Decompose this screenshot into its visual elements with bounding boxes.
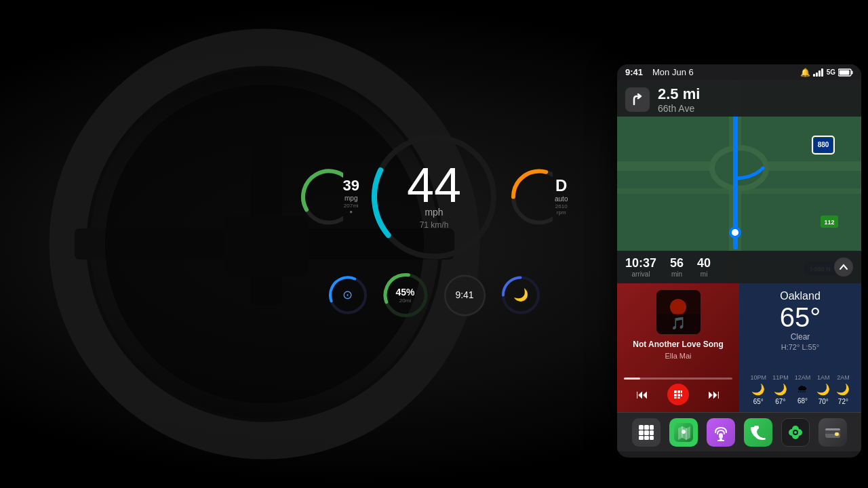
svg-rect-56 bbox=[650, 425, 654, 430]
forecast-item-0: 10PM 🌙 65° bbox=[751, 374, 767, 405]
svg-text:🎵: 🎵 bbox=[671, 316, 686, 331]
forecast-item-1: 11PM 🌙 67° bbox=[772, 374, 789, 405]
music-progress-fill bbox=[624, 378, 640, 380]
battery-sub: 20mi bbox=[395, 298, 414, 304]
speed-gauge: 44 mph 71 km/h bbox=[366, 129, 502, 264]
svg-rect-49 bbox=[674, 394, 677, 396]
miles-value: 40 bbox=[697, 256, 711, 270]
carplay-panel: 9:41 Mon Jun 6 🔔 5G bbox=[617, 64, 861, 458]
svg-rect-25 bbox=[852, 70, 853, 74]
battery-content: 45% 20mi bbox=[395, 287, 414, 304]
battery-pct: 45% bbox=[395, 287, 414, 298]
svg-rect-51 bbox=[681, 394, 682, 396]
svg-rect-21 bbox=[816, 73, 818, 77]
svg-point-43 bbox=[670, 299, 686, 315]
svg-rect-67 bbox=[717, 440, 724, 441]
forecast-temp-2: 68° bbox=[797, 397, 808, 405]
forecast-temp-1: 67° bbox=[775, 398, 785, 405]
miles-label: mi bbox=[697, 270, 711, 278]
svg-rect-20 bbox=[813, 74, 815, 77]
minutes-label: min bbox=[670, 270, 684, 278]
svg-point-64 bbox=[682, 430, 686, 434]
gear-gauge-ring bbox=[509, 166, 553, 227]
mpg-label: 39 mpg 207mi ● bbox=[343, 178, 359, 215]
album-art: 🎵 bbox=[656, 290, 701, 334]
turn-arrow bbox=[625, 87, 650, 112]
svg-rect-53 bbox=[677, 397, 680, 399]
miles-stat: 40 mi bbox=[697, 256, 711, 278]
network-type: 5G bbox=[827, 68, 835, 76]
arrival-label: arrival bbox=[625, 270, 656, 278]
nav-scroll-up[interactable] bbox=[834, 258, 853, 277]
wallet-icon bbox=[824, 424, 842, 441]
svg-text:880: 880 bbox=[818, 141, 829, 148]
forecast-icon-0: 🌙 bbox=[751, 383, 765, 396]
svg-text:112: 112 bbox=[824, 219, 834, 226]
dock-podcasts-icon[interactable] bbox=[707, 418, 735, 447]
speed-kmh: 71 km/h bbox=[407, 221, 461, 230]
battery-gauge: 45% 20mi bbox=[382, 271, 429, 319]
minutes-stat: 56 min bbox=[670, 256, 684, 278]
music-info: Not Another Love Song Ella Mai bbox=[624, 340, 732, 373]
maps-icon bbox=[674, 423, 693, 442]
music-controls: ⏮ ⏭ bbox=[624, 384, 732, 405]
dock-maps-icon[interactable] bbox=[669, 418, 698, 447]
music-widget[interactable]: 🎵 Not Another Love Song Ella Mai ⏮ bbox=[617, 283, 739, 412]
svg-point-7 bbox=[298, 166, 343, 227]
arrival-stat: 10:37 arrival bbox=[625, 256, 656, 278]
navigation-widget[interactable]: 880 112 I-880 N 2.5 mi bbox=[617, 80, 861, 283]
forecast-temp-4: 72° bbox=[838, 398, 848, 405]
steering-icon: ⊙ bbox=[342, 287, 353, 302]
forecast-time-3: 1AM bbox=[817, 374, 830, 381]
status-date: Mon Jun 6 bbox=[652, 67, 694, 77]
music-progress-bar[interactable] bbox=[624, 378, 732, 380]
dock-clover-icon[interactable] bbox=[781, 418, 810, 447]
mpg-unit: mpg bbox=[343, 195, 359, 202]
prev-track-button[interactable]: ⏮ bbox=[631, 384, 653, 405]
music-artist: Ella Mai bbox=[624, 352, 732, 360]
svg-rect-58 bbox=[644, 430, 649, 435]
svg-rect-52 bbox=[674, 397, 677, 399]
dock-phone-icon[interactable] bbox=[744, 418, 772, 447]
mpg-value: 39 bbox=[343, 178, 359, 193]
status-icons: 🔔 5G bbox=[800, 68, 853, 77]
widgets-row: 🎵 Not Another Love Song Ella Mai ⏮ bbox=[617, 283, 861, 412]
grid-icon bbox=[673, 390, 683, 399]
weather-condition: Clear bbox=[747, 332, 853, 342]
podcasts-icon bbox=[712, 424, 730, 441]
svg-rect-55 bbox=[644, 425, 649, 430]
gear-label: D auto 2610 rpm bbox=[553, 178, 570, 216]
dock-grid-menu[interactable] bbox=[632, 418, 660, 447]
weather-widget: Oakland 65° Clear H:72° L:55° 10PM 🌙 65°… bbox=[739, 283, 861, 412]
weather-forecast: 10PM 🌙 65° 11PM 🌙 67° 12AM 🌧 68° 1AM 🌙 bbox=[747, 369, 853, 405]
forecast-icon-4: 🌙 bbox=[836, 383, 850, 396]
next-track-button[interactable]: ⏭ bbox=[703, 384, 725, 405]
signal-icon bbox=[813, 68, 824, 77]
chevron-up-icon bbox=[839, 262, 848, 272]
gauges-top-row: 39 mpg 207mi ● 44 mph 71 km/h bbox=[298, 129, 570, 264]
nav-distance: 2.5 mi bbox=[658, 85, 700, 103]
forecast-icon-2: 🌧 bbox=[797, 383, 808, 395]
mpg-sub: 207mi ● bbox=[343, 203, 359, 215]
forecast-time-4: 2AM bbox=[837, 374, 850, 381]
mpg-gauge-ring bbox=[298, 166, 343, 227]
svg-rect-22 bbox=[818, 70, 821, 77]
weather-temp: 65° bbox=[747, 302, 853, 332]
dock-wallet-icon[interactable] bbox=[818, 418, 847, 447]
svg-rect-47 bbox=[677, 390, 680, 393]
speed-text: 44 mph 71 km/h bbox=[407, 163, 461, 230]
map-background: 880 112 I-880 N 2.5 mi bbox=[617, 80, 861, 283]
dashboard-time: 9:41 bbox=[455, 289, 473, 300]
nav-direction: 2.5 mi 66th Ave bbox=[617, 80, 861, 117]
forecast-icon-1: 🌙 bbox=[774, 383, 787, 396]
nav-stats: 10:37 arrival 56 min 40 mi bbox=[625, 256, 711, 278]
weather-gauge: 🌙 bbox=[500, 274, 541, 315]
play-pause-button[interactable] bbox=[667, 384, 689, 405]
forecast-item-3: 1AM 🌙 70° bbox=[816, 374, 830, 405]
forecast-item-2: 12AM 🌧 68° bbox=[795, 374, 811, 405]
weather-icon: 🌙 bbox=[513, 287, 528, 302]
nav-street: 66th Ave bbox=[658, 103, 700, 114]
svg-rect-60 bbox=[639, 436, 644, 440]
status-bar: 9:41 Mon Jun 6 🔔 5G bbox=[617, 64, 861, 80]
gauges-bottom-row: ⊙ 45% 20mi 9:41 bbox=[328, 271, 541, 319]
